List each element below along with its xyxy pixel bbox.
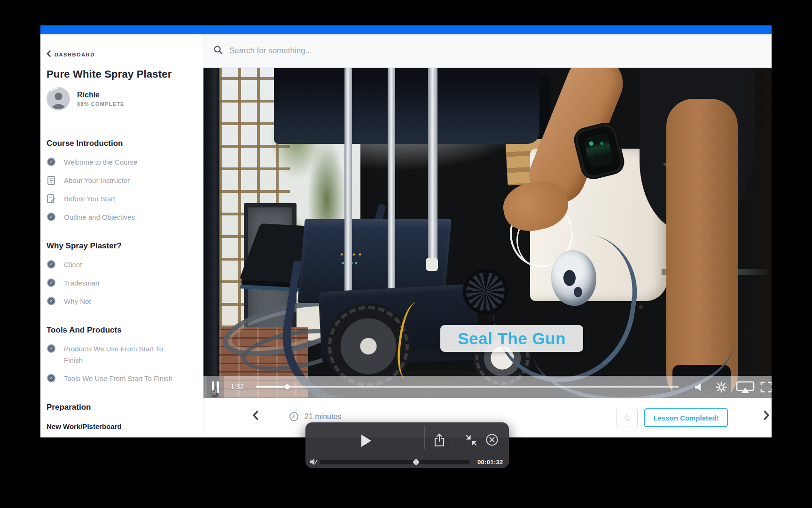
top-nav-bar bbox=[40, 25, 772, 34]
progress-ring bbox=[47, 87, 70, 111]
search-bar bbox=[203, 34, 772, 68]
lesson-label: Outline and Objectives bbox=[64, 212, 135, 223]
video-player[interactable]: ▲▲▲▲ ■■■■ bbox=[203, 68, 772, 398]
app-window: DASHBOARD Pure White Spray Plaster Richi… bbox=[40, 25, 772, 437]
sidebar-subheading: New Work/Plsterboard bbox=[47, 422, 190, 430]
volume-icon bbox=[693, 382, 703, 392]
instructor-block: Richie 88% COMPLETE bbox=[47, 87, 190, 111]
favorite-button[interactable]: ☆ bbox=[616, 408, 638, 427]
play-icon bbox=[360, 434, 372, 447]
course-progress-label: 88% COMPLETE bbox=[77, 101, 125, 107]
sidebar-section-title: Course Introduction bbox=[47, 139, 190, 148]
clock-icon bbox=[289, 412, 299, 421]
sidebar-section-title: Preparation bbox=[47, 403, 190, 412]
video-control-bar: 1:32 bbox=[203, 376, 772, 398]
sidebar-lesson-item[interactable]: ✓Client bbox=[47, 259, 190, 270]
check-circle-icon: ✓ bbox=[47, 157, 56, 167]
chevron-left-icon bbox=[252, 411, 258, 420]
lesson-label: Tradesman bbox=[64, 278, 99, 289]
check-circle-icon: ✓ bbox=[47, 212, 56, 222]
avatar bbox=[48, 89, 69, 109]
check-circle-icon: ✓ bbox=[47, 373, 56, 383]
video-current-time: 1:32 bbox=[230, 382, 244, 390]
divider bbox=[456, 426, 456, 449]
fullscreen-button[interactable] bbox=[760, 381, 772, 394]
sidebar-lesson-item[interactable]: ✓Welcome to the Course bbox=[47, 157, 190, 168]
course-sidebar: DASHBOARD Pure White Spray Plaster Richi… bbox=[40, 34, 203, 437]
dashboard-back-link[interactable]: DASHBOARD bbox=[47, 50, 190, 59]
video-caption: Seal The Gun bbox=[440, 325, 583, 352]
video-progress-thumb[interactable] bbox=[285, 384, 290, 389]
check-circle-icon: ✓ bbox=[47, 296, 56, 306]
lesson-duration: 21 minutes bbox=[289, 412, 341, 421]
lesson-label: Before You Start bbox=[64, 193, 115, 205]
sidebar-section: Course Introduction✓Welcome to the Cours… bbox=[47, 139, 190, 223]
desktop-background: DASHBOARD Pure White Spray Plaster Richi… bbox=[0, 0, 812, 508]
sidebar-lesson-item[interactable]: ✓Outline and Objectives bbox=[47, 212, 190, 223]
lesson-label: Client bbox=[64, 259, 82, 270]
cast-button[interactable] bbox=[735, 381, 755, 394]
close-icon bbox=[485, 433, 499, 446]
check-circle-icon: ✓ bbox=[47, 260, 56, 269]
pip-play-button[interactable] bbox=[358, 433, 374, 449]
star-icon: ☆ bbox=[623, 413, 631, 422]
check-circle-icon: ✓ bbox=[47, 278, 56, 287]
back-link-label: DASHBOARD bbox=[55, 52, 95, 57]
pip-mute-button[interactable] bbox=[310, 458, 318, 468]
lesson-label: Why Not bbox=[64, 296, 91, 307]
pip-time: 00:01:32 bbox=[477, 459, 503, 466]
lesson-label: Welcome to the Course bbox=[64, 157, 137, 168]
previous-lesson-button[interactable] bbox=[252, 411, 258, 422]
chevron-right-icon bbox=[764, 411, 770, 420]
lesson-label: About Your Instructor bbox=[64, 175, 130, 186]
sidebar-lesson-item[interactable]: About Your Instructor bbox=[47, 175, 190, 186]
duration-label: 21 minutes bbox=[304, 413, 341, 421]
lesson-completed-button[interactable]: Lesson Completed! bbox=[644, 408, 728, 427]
sidebar-section-title: Tools And Products bbox=[47, 325, 190, 335]
sidebar-section: Why Spray Plaster?✓Client✓Tradesman✓Why … bbox=[47, 241, 190, 307]
instructor-name: Richie bbox=[77, 91, 125, 99]
sidebar-section: Tools And Products✓Products We Use From … bbox=[47, 325, 190, 384]
curriculum-nav: Course Introduction✓Welcome to the Cours… bbox=[47, 139, 190, 412]
settings-icon bbox=[716, 381, 727, 393]
sidebar-lesson-item[interactable]: ✓Tools We Use From Start To Finish bbox=[47, 373, 190, 384]
sidebar-section: Preparation bbox=[47, 403, 190, 412]
pip-minimize-button[interactable] bbox=[465, 434, 477, 448]
share-icon bbox=[433, 433, 445, 447]
search-input[interactable] bbox=[229, 46, 652, 56]
video-progress-fill bbox=[256, 386, 287, 388]
sidebar-lesson-item[interactable]: ✓Products We Use From Start To Finish bbox=[47, 343, 190, 366]
divider bbox=[424, 426, 425, 449]
airplay-icon bbox=[736, 381, 755, 393]
check-circle-icon: ✓ bbox=[47, 344, 56, 353]
chevron-left-icon bbox=[47, 50, 51, 59]
volume-button[interactable] bbox=[691, 381, 704, 394]
settings-button[interactable] bbox=[715, 381, 728, 394]
lesson-label: Products We Use From Start To Finish bbox=[64, 343, 182, 366]
pip-progress-thumb[interactable] bbox=[413, 459, 420, 466]
fullscreen-icon bbox=[760, 381, 772, 393]
pip-overlay-controls: 00:01:32 bbox=[305, 422, 509, 468]
sidebar-section-title: Why Spray Plaster? bbox=[47, 241, 190, 251]
main-content: ▲▲▲▲ ■■■■ bbox=[203, 34, 772, 437]
sidebar-lesson-item[interactable]: ✓Why Not bbox=[47, 296, 190, 307]
video-progress-bar[interactable] bbox=[256, 386, 679, 388]
pip-close-button[interactable] bbox=[485, 433, 499, 448]
pip-share-button[interactable] bbox=[433, 433, 445, 449]
document-edit-icon bbox=[47, 194, 56, 203]
lesson-label: Tools We Use From Start To Finish bbox=[64, 373, 172, 384]
minimize-icon bbox=[465, 434, 477, 446]
document-icon bbox=[47, 175, 56, 185]
pip-progress-bar[interactable] bbox=[320, 460, 470, 464]
course-title: Pure White Spray Plaster bbox=[47, 68, 190, 80]
sidebar-lesson-item[interactable]: Before You Start bbox=[47, 193, 190, 205]
sidebar-lesson-item[interactable]: ✓Tradesman bbox=[47, 278, 190, 289]
next-lesson-button[interactable] bbox=[764, 411, 770, 422]
hand-cursor: ☝ bbox=[211, 386, 218, 398]
mute-icon bbox=[310, 458, 318, 466]
search-icon bbox=[213, 45, 223, 56]
